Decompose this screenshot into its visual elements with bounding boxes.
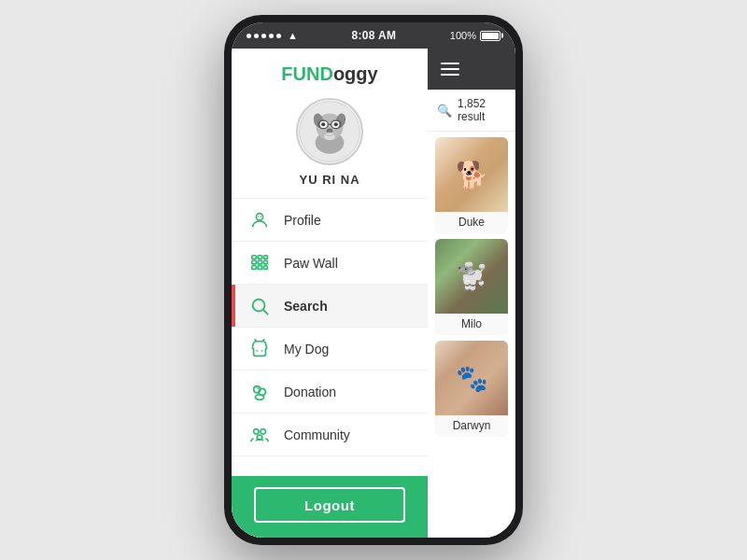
svg-point-28: [256, 349, 258, 351]
battery-fill: [482, 33, 499, 39]
svg-rect-22: [264, 260, 268, 264]
app-logo: FUNDoggy: [281, 63, 377, 85]
search-bar: 🔍 1,852 result: [428, 90, 515, 132]
svg-point-29: [261, 349, 263, 351]
search-bar-icon: 🔍: [437, 104, 452, 118]
hamburger-line-2: [441, 68, 459, 70]
svg-point-11: [334, 122, 338, 126]
svg-rect-21: [258, 260, 262, 264]
nav-list: Profile: [232, 199, 428, 476]
signal-dot-1: [247, 34, 251, 38]
dog-card-milo[interactable]: 🐩 Milo: [435, 239, 508, 335]
svg-point-15: [258, 216, 259, 217]
svg-point-10: [321, 122, 325, 126]
battery-percent: 100%: [450, 30, 476, 41]
nav-label-paw-wall: Paw Wall: [284, 256, 338, 271]
svg-rect-18: [258, 255, 262, 259]
svg-point-32: [255, 394, 263, 399]
app-content: FUNDoggy: [232, 49, 515, 538]
paw-wall-icon: [247, 250, 273, 276]
svg-point-13: [324, 133, 335, 141]
main-content: 🔍 1,852 result 🐕 Duke 🐩 Milo 🐾: [428, 49, 515, 538]
svg-point-35: [254, 428, 260, 434]
hamburger-line-1: [441, 63, 459, 64]
nav-item-search[interactable]: Search: [232, 285, 428, 328]
battery-icon: [480, 31, 500, 41]
nav-item-community[interactable]: Community: [232, 413, 428, 456]
nav-item-profile[interactable]: Profile: [232, 199, 428, 242]
logo-oggy: oggy: [333, 63, 378, 84]
nav-label-community: Community: [284, 427, 350, 442]
main-header: [428, 49, 515, 90]
drawer-header: FUNDoggy: [232, 49, 428, 199]
dog-photo-duke: 🐕: [435, 137, 508, 212]
community-icon: [247, 422, 273, 448]
nav-item-my-dog[interactable]: My Dog: [232, 328, 428, 371]
svg-rect-19: [264, 255, 268, 259]
svg-point-36: [261, 428, 266, 434]
status-time: 8:08 AM: [352, 29, 397, 42]
nav-label-profile: Profile: [284, 213, 321, 228]
status-bar: ▲ 8:08 AM 100%: [232, 22, 515, 49]
signal-dot-3: [261, 34, 266, 38]
dog-list: 🐕 Duke 🐩 Milo 🐾 Darwyn: [428, 132, 515, 538]
hamburger-button[interactable]: [441, 63, 459, 76]
nav-label-my-dog: My Dog: [284, 342, 329, 357]
hamburger-line-3: [441, 74, 459, 76]
svg-rect-23: [252, 265, 257, 269]
nav-label-search: Search: [284, 299, 328, 314]
nav-item-paw-wall[interactable]: Paw Wall: [232, 242, 428, 285]
dog-card-darwyn[interactable]: 🐾 Darwyn: [435, 341, 508, 437]
dog-avatar-svg: [298, 100, 361, 163]
svg-point-26: [253, 299, 265, 311]
battery-area: 100%: [450, 30, 500, 41]
dog-name-darwyn: Darwyn: [435, 415, 508, 437]
dog-name-duke: Duke: [435, 212, 508, 233]
logo-fund: FUND: [281, 63, 333, 84]
wifi-icon: ▲: [288, 30, 298, 41]
phone-screen: ▲ 8:08 AM 100% FUNDoggy: [232, 22, 515, 538]
nav-item-donation[interactable]: Donation: [232, 371, 428, 413]
signal-dot-5: [276, 34, 281, 38]
donation-icon: [247, 379, 273, 405]
dog-photo-milo: 🐩: [435, 239, 508, 314]
svg-line-27: [263, 310, 268, 315]
dog-name-milo: Milo: [435, 314, 508, 335]
svg-point-33: [255, 385, 257, 387]
svg-point-16: [261, 216, 261, 217]
avatar: [296, 98, 363, 165]
search-result-count: 1,852 result: [458, 97, 506, 123]
signal-dot-4: [269, 34, 274, 38]
logout-button[interactable]: Logout: [254, 487, 405, 523]
nav-label-donation: Donation: [284, 385, 336, 399]
signal-dot-2: [254, 34, 259, 38]
svg-rect-25: [264, 265, 268, 269]
svg-point-14: [256, 213, 262, 219]
dog-card-duke[interactable]: 🐕 Duke: [435, 137, 508, 233]
drawer: FUNDoggy: [232, 49, 428, 538]
phone-frame: ▲ 8:08 AM 100% FUNDoggy: [224, 15, 523, 545]
svg-rect-17: [252, 255, 257, 259]
profile-icon: [247, 207, 273, 233]
my-dog-icon: [247, 336, 273, 362]
svg-rect-20: [252, 260, 257, 264]
svg-point-34: [257, 386, 259, 388]
username: YU RI NA: [299, 173, 359, 187]
signal-area: ▲: [247, 30, 298, 41]
search-nav-icon: [247, 293, 273, 319]
svg-rect-24: [258, 265, 262, 269]
dog-photo-darwyn: 🐾: [435, 341, 508, 415]
drawer-footer: Logout: [232, 476, 428, 538]
